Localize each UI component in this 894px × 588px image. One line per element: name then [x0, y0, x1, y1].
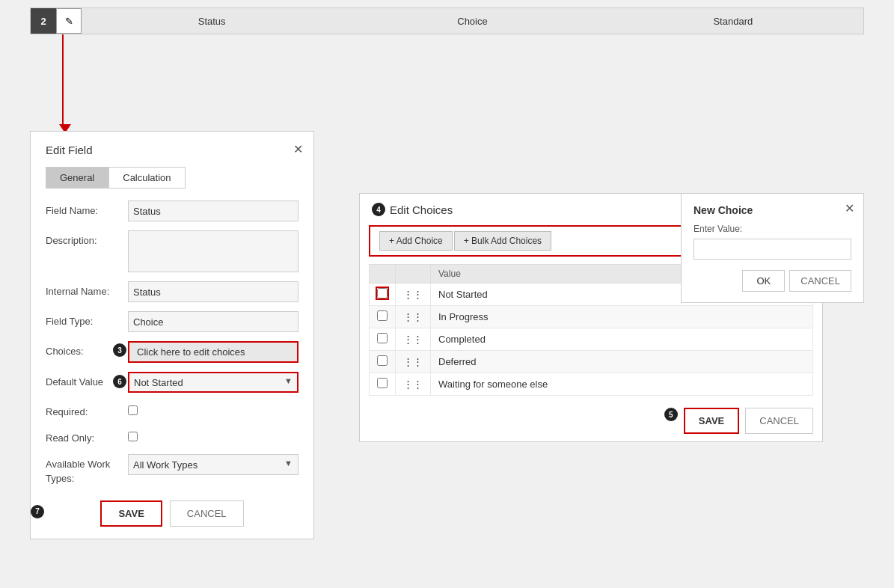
- step-badge-6: 6: [113, 375, 126, 388]
- step-badge-7: 7: [31, 505, 44, 518]
- required-checkbox[interactable]: [128, 405, 138, 415]
- work-types-row: Available Work Types: All Work Types ▼: [46, 454, 298, 485]
- choices-edit-button[interactable]: Click here to edit choices: [128, 341, 298, 363]
- field-name-input[interactable]: [128, 200, 298, 221]
- cancel-button[interactable]: CANCEL: [170, 500, 244, 527]
- default-value-wrap: 6 Not Started In Progress Completed Defe…: [128, 372, 298, 393]
- step-badge-5: 5: [664, 408, 678, 421]
- ec-cancel-button[interactable]: CANCEL: [745, 408, 813, 434]
- drag-handle[interactable]: ⋮⋮: [396, 373, 431, 396]
- table-row: ⋮⋮Waiting for someone else: [370, 373, 813, 396]
- nc-ok-button[interactable]: OK: [742, 270, 785, 292]
- drag-handle[interactable]: ⋮⋮: [396, 306, 431, 328]
- nc-value-input[interactable]: [694, 239, 851, 260]
- description-row: Description:: [46, 230, 298, 272]
- choice-value: Waiting for someone else: [431, 373, 813, 396]
- edit-icon-button[interactable]: ✎: [56, 8, 82, 34]
- choice-value: In Progress: [431, 306, 813, 328]
- nc-cancel-button[interactable]: CANCEL: [789, 270, 851, 292]
- choice-value: Deferred: [431, 351, 813, 373]
- row-checkbox[interactable]: [377, 355, 388, 366]
- bulk-add-button[interactable]: + Bulk Add Choices: [454, 231, 551, 251]
- tab-calculation[interactable]: Calculation: [108, 167, 185, 189]
- step-badge-2: 2: [31, 8, 56, 34]
- default-value-select[interactable]: Not Started In Progress Completed Deferr…: [128, 372, 298, 393]
- nc-close-button[interactable]: ✕: [845, 201, 854, 215]
- panel-footer: 7 SAVE CANCEL: [46, 500, 298, 527]
- row-checkbox[interactable]: [377, 333, 388, 343]
- work-types-wrap: All Work Types ▼: [128, 454, 298, 475]
- required-label: Required:: [46, 402, 128, 419]
- nc-title: New Choice: [694, 204, 851, 216]
- description-label: Description:: [46, 230, 128, 248]
- drag-handle[interactable]: ⋮⋮: [396, 284, 431, 306]
- col-status: Status: [82, 16, 342, 27]
- row-checkbox[interactable]: [377, 378, 388, 388]
- add-choice-button[interactable]: + Add Choice: [379, 231, 453, 251]
- ec-save-button[interactable]: SAVE: [684, 408, 739, 434]
- required-row: Required:: [46, 402, 298, 419]
- work-types-label: Available Work Types:: [46, 454, 128, 485]
- edit-field-panel: Edit Field ✕ General Calculation Field N…: [30, 131, 314, 539]
- read-only-checkbox[interactable]: [128, 432, 138, 441]
- th-drag: [396, 265, 431, 284]
- row-checkbox[interactable]: [377, 288, 388, 298]
- step-badge-3: 3: [113, 343, 126, 357]
- col-standard: Standard: [603, 16, 863, 27]
- table-row: ⋮⋮Deferred: [370, 351, 813, 373]
- read-only-row: Read Only:: [46, 428, 298, 445]
- work-types-select[interactable]: All Work Types: [128, 454, 298, 475]
- nc-label: Enter Value:: [694, 224, 851, 234]
- choices-btn-wrap: 3 Click here to edit choices: [128, 341, 298, 363]
- field-type-input[interactable]: [128, 311, 298, 332]
- ec-footer: 5 SAVE CANCEL: [360, 400, 822, 441]
- table-row: ⋮⋮In Progress: [370, 306, 813, 328]
- ec-title: Edit Choices: [390, 203, 453, 216]
- nc-footer: OK CANCEL: [694, 270, 851, 292]
- ec-step-badge-4: 4: [372, 203, 385, 216]
- field-name-row: Field Name:: [46, 200, 298, 221]
- new-choice-panel: New Choice ✕ Enter Value: OK CANCEL: [681, 193, 864, 303]
- drag-handle[interactable]: ⋮⋮: [396, 351, 431, 373]
- close-button[interactable]: ✕: [293, 142, 303, 156]
- internal-name-label: Internal Name:: [46, 281, 128, 298]
- th-checkbox: [370, 265, 396, 284]
- arrow-indicator: [55, 34, 71, 133]
- drag-handle[interactable]: ⋮⋮: [396, 328, 431, 351]
- save-button[interactable]: SAVE: [100, 500, 162, 527]
- field-name-label: Field Name:: [46, 200, 128, 218]
- default-value-row: Default Value 6 Not Started In Progress …: [46, 372, 298, 393]
- internal-name-row: Internal Name:: [46, 281, 298, 302]
- choice-value: Completed: [431, 328, 813, 351]
- internal-name-input[interactable]: [128, 281, 298, 302]
- row-checkbox[interactable]: [377, 310, 388, 321]
- table-row: ⋮⋮Completed: [370, 328, 813, 351]
- col-choice: Choice: [342, 16, 602, 27]
- tab-general[interactable]: General: [46, 167, 108, 189]
- read-only-label: Read Only:: [46, 428, 128, 445]
- tabs-row: General Calculation: [46, 167, 298, 189]
- description-input[interactable]: [128, 230, 298, 272]
- panel-title: Edit Field: [46, 144, 298, 156]
- choices-row: Choices: 3 Click here to edit choices: [46, 341, 298, 363]
- field-type-label: Field Type:: [46, 311, 128, 328]
- top-bar: 2 ✎ Status Choice Standard: [30, 7, 864, 34]
- field-type-row: Field Type:: [46, 311, 298, 332]
